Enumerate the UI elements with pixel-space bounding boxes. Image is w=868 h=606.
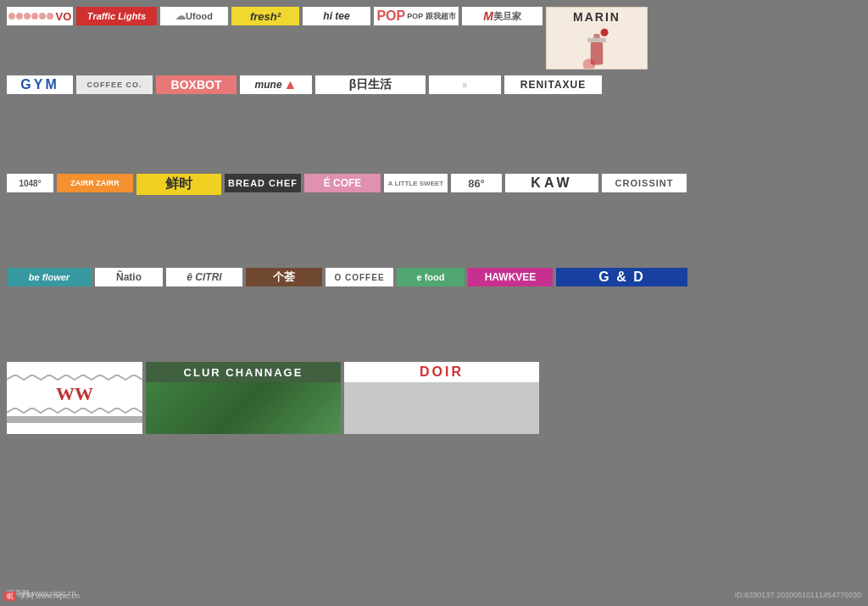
card-1048[interactable]: 1048° xyxy=(7,174,53,192)
label-marin: MARIN xyxy=(547,8,647,26)
card-traffic[interactable]: Traffic Lights xyxy=(76,7,157,25)
card-mbeijia[interactable]: M 美旦家 xyxy=(462,7,542,25)
row-4: be flower Ñatio ê CITRI 个荟 O COFFEE e fo… xyxy=(7,268,861,357)
card-boxbot[interactable]: BOXBOT xyxy=(156,75,236,94)
label-ecofe: É COFE xyxy=(304,174,381,192)
card-marin[interactable]: MARIN xyxy=(546,7,648,69)
label-biri: β日生活 xyxy=(315,75,426,94)
label-clurchannage: CLUR CHANNAGE xyxy=(146,362,341,382)
label-traffic: Traffic Lights xyxy=(76,7,157,25)
card-croissint[interactable]: CROISSINT xyxy=(602,174,687,192)
card-blank2[interactable]: ≡ xyxy=(429,75,501,94)
vo-text: VO xyxy=(56,10,72,23)
card-ecofe[interactable]: É COFE xyxy=(304,174,381,192)
label-blank2: ≡ xyxy=(429,75,501,94)
card-ww[interactable]: WW xyxy=(7,362,142,434)
label-xianshi: 鲜时 xyxy=(136,174,221,195)
label-ocoffee: O COFFEE xyxy=(326,268,393,286)
card-breadchef[interactable]: BREAD CHEF xyxy=(225,174,301,192)
card-hitee[interactable]: hi tee xyxy=(303,7,370,25)
row-3: 1048° ZAIRR ZAIRR 鲜时 BREAD CHEF É COFE A… xyxy=(7,174,861,263)
svg-point-3 xyxy=(601,29,609,36)
label-mune: mune ▲ xyxy=(240,75,312,94)
label-beflower: be flower xyxy=(7,268,92,286)
id-tag: ID:6330137 20200510111454776030 xyxy=(735,591,861,599)
card-ocoffee[interactable]: O COFFEE xyxy=(326,268,393,286)
card-renitaxue[interactable]: RENITAXUE xyxy=(504,75,602,94)
label-kaw: KAW xyxy=(505,174,598,192)
label-vo: VO xyxy=(7,7,73,25)
label-fresh: fresh² xyxy=(231,7,299,25)
label-1048: 1048° xyxy=(7,174,53,192)
label-pop: POP POP 跟我超市 xyxy=(374,7,459,25)
label-littlesweet: A LITTLE SWEET xyxy=(384,174,448,192)
label-croissint: CROISSINT xyxy=(602,174,687,192)
card-clurchannage[interactable]: CLUR CHANNAGE xyxy=(146,362,341,434)
card-natio[interactable]: Ñatio xyxy=(95,268,163,286)
card-pop[interactable]: POP POP 跟我超市 xyxy=(374,7,459,25)
row-2: GYM COFFEE CO. BOXBOT mune ▲ β日生活 xyxy=(7,75,861,169)
card-coffeeco[interactable]: COFFEE CO. xyxy=(76,75,153,94)
card-doir[interactable]: DOIR xyxy=(344,362,539,434)
card-hawkvee[interactable]: HAWKVEE xyxy=(468,268,553,286)
card-kaw[interactable]: KAW xyxy=(505,174,598,192)
svg-rect-2 xyxy=(587,38,606,42)
label-mbeijia: M 美旦家 xyxy=(462,7,542,25)
label-86: 86° xyxy=(451,174,502,192)
label-gym: GYM xyxy=(7,75,73,94)
label-citri: ê CITRI xyxy=(166,268,242,286)
label-gnd: G & D xyxy=(556,268,687,286)
label-boxbot: BOXBOT xyxy=(156,75,236,94)
card-efood[interactable]: e food xyxy=(397,268,465,286)
card-geren[interactable]: 个荟 xyxy=(246,268,322,286)
label-breadchef: BREAD CHEF xyxy=(225,174,301,192)
card-xianshi[interactable]: 鲜时 xyxy=(136,174,221,195)
row-1: VO Traffic Lights ☁Ufood fresh² hi tee xyxy=(7,7,861,70)
card-gym[interactable]: GYM xyxy=(7,75,73,94)
card-gnd[interactable]: G & D xyxy=(556,268,687,286)
label-ufood: ☁Ufood xyxy=(160,7,228,25)
label-hitee: hi tee xyxy=(303,7,370,25)
card-beflower[interactable]: be flower xyxy=(7,268,92,286)
card-zairr[interactable]: ZAIRR ZAIRR xyxy=(57,174,133,192)
label-doir: DOIR xyxy=(344,362,539,382)
card-mune[interactable]: mune ▲ xyxy=(240,75,312,94)
label-coffeeco: COFFEE CO. xyxy=(76,75,153,94)
label-renitaxue: RENITAXUE xyxy=(504,75,602,94)
card-vo[interactable]: VO xyxy=(7,7,73,25)
marin-image xyxy=(547,26,647,69)
card-86[interactable]: 86° xyxy=(451,174,502,192)
clurchannage-image xyxy=(146,382,341,434)
card-citri[interactable]: ê CITRI xyxy=(166,268,242,286)
label-efood: e food xyxy=(397,268,465,286)
card-littlesweet[interactable]: A LITTLE SWEET xyxy=(384,174,448,192)
label-hawkvee: HAWKVEE xyxy=(468,268,553,286)
doir-image xyxy=(344,382,539,434)
card-ufood[interactable]: ☁Ufood xyxy=(160,7,228,25)
card-fresh[interactable]: fresh² xyxy=(231,7,299,25)
row-5: WW CLUR CHANNAGE DOIR xyxy=(7,362,861,434)
nipic-logo: 昵 享网 www.nipic.cn xyxy=(4,591,80,602)
label-natio: Ñatio xyxy=(95,268,163,286)
card-biri[interactable]: β日生活 xyxy=(315,75,426,94)
label-zairr: ZAIRR ZAIRR xyxy=(57,174,133,192)
ww-text: WW xyxy=(56,383,93,404)
label-geren: 个荟 xyxy=(246,268,322,286)
